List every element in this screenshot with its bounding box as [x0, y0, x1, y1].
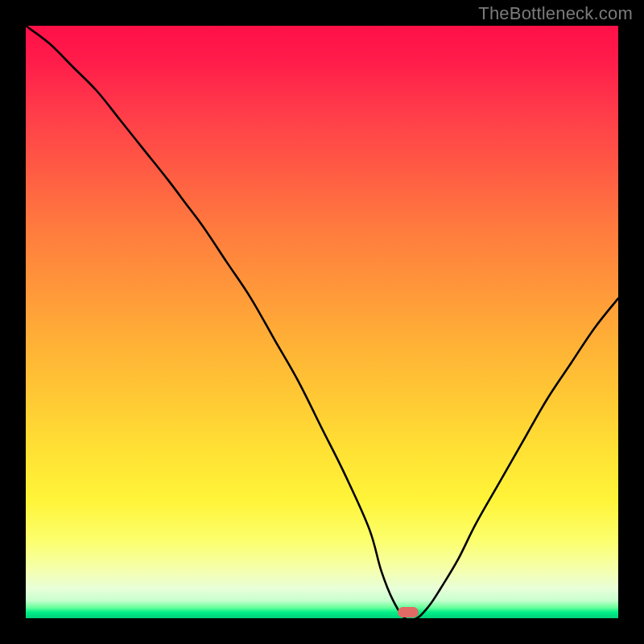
bottleneck-curve	[26, 26, 618, 618]
curve-path	[26, 26, 618, 618]
plot-area	[26, 26, 618, 618]
chart-container: TheBottleneck.com	[0, 0, 644, 644]
watermark-text: TheBottleneck.com	[478, 3, 633, 24]
optimum-marker	[398, 607, 419, 617]
